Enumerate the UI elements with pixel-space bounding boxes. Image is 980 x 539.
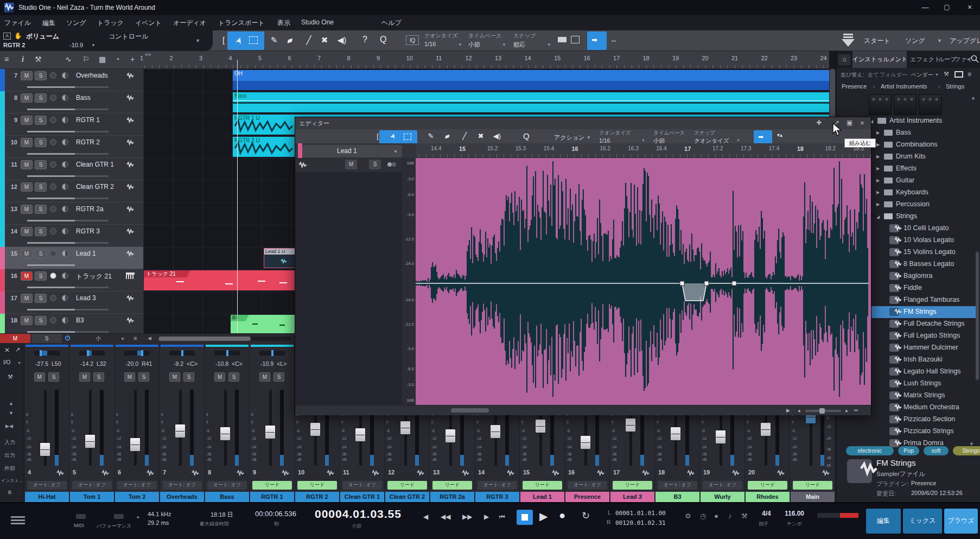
strip-name[interactable]: Tom 2 bbox=[115, 492, 159, 502]
sort-chevron-icon[interactable]: ▼ bbox=[935, 73, 939, 77]
menu-item-7[interactable]: 表示 bbox=[277, 18, 290, 28]
track-solo-button[interactable]: S bbox=[35, 294, 47, 303]
strip-name[interactable]: B3 bbox=[656, 492, 699, 502]
bar-display-icon[interactable] bbox=[558, 37, 567, 42]
grid-icon[interactable]: ▦ bbox=[99, 55, 106, 64]
view-browse-button[interactable]: ブラウズ bbox=[944, 509, 978, 534]
sort-all[interactable]: 全て bbox=[868, 71, 879, 79]
stop-button[interactable] bbox=[517, 510, 533, 525]
strip-name[interactable]: Lead 1 bbox=[520, 492, 564, 502]
track-solo-button[interactable]: S bbox=[35, 271, 47, 281]
snap-chevron-icon[interactable]: ▼ bbox=[547, 42, 551, 47]
strip-solo-button[interactable]: S bbox=[228, 372, 239, 382]
strip-automation-button[interactable]: オート: オフ bbox=[342, 481, 382, 490]
track-solo-button[interactable]: S bbox=[35, 205, 47, 214]
editor-timeline[interactable]: 14.41515.215.315.41616.216.316.41717.217… bbox=[416, 143, 871, 158]
mixer-io-label[interactable]: I/O bbox=[3, 359, 10, 365]
strip-mute-button[interactable]: M bbox=[214, 372, 225, 382]
tempo-value[interactable]: 116.00 bbox=[785, 510, 804, 517]
record-button[interactable]: ● bbox=[559, 509, 565, 522]
editor-marquee-tool[interactable] bbox=[404, 134, 411, 140]
inspector-icon[interactable]: i bbox=[22, 55, 24, 64]
track-record-button[interactable] bbox=[50, 117, 56, 123]
menu-item-9[interactable]: ヘルプ bbox=[381, 18, 402, 28]
loop-button[interactable]: ↻ bbox=[582, 510, 590, 522]
marker-icon[interactable]: ⚐ bbox=[82, 55, 90, 64]
fader-cap[interactable] bbox=[490, 424, 501, 439]
automation-target[interactable]: コントロール bbox=[109, 32, 148, 41]
track-row-B3[interactable]: 18MSB3 bbox=[0, 314, 143, 333]
track-record-button[interactable] bbox=[50, 94, 56, 101]
strip-mute-button[interactable]: M bbox=[124, 372, 135, 382]
track-row-Bass[interactable]: 8MSBass bbox=[0, 91, 143, 113]
automation-icon[interactable]: ∿ bbox=[65, 55, 72, 64]
timebase-chevron-icon[interactable]: ▼ bbox=[502, 42, 506, 47]
track-mute-button[interactable]: M bbox=[21, 227, 33, 236]
track-monitor-button[interactable] bbox=[62, 250, 68, 257]
strip-name[interactable]: Presence bbox=[565, 492, 609, 502]
strip-name[interactable]: Lead 3 bbox=[610, 492, 654, 502]
tile-icon[interactable]: ▣ bbox=[847, 119, 852, 126]
automation-value[interactable]: -10.9 bbox=[69, 42, 83, 48]
track-chevron-icon[interactable]: ▼ bbox=[393, 149, 398, 154]
strip-automation-button[interactable]: リード bbox=[252, 481, 292, 490]
strip-name[interactable]: RGTR 2a bbox=[430, 492, 474, 502]
strip-pan-value[interactable]: <C> bbox=[232, 360, 243, 367]
strip-automation-button[interactable]: オート: オフ bbox=[478, 481, 517, 490]
footer-left-icon[interactable]: ◀ bbox=[148, 335, 151, 341]
track-mute-button[interactable]: M bbox=[21, 249, 33, 258]
fader-cap[interactable] bbox=[130, 437, 141, 452]
strip-volume-value[interactable]: -27.5 bbox=[27, 360, 48, 367]
hand-icon[interactable]: ✋ bbox=[14, 32, 22, 40]
track-monitor-button[interactable] bbox=[62, 317, 68, 324]
tag-soft[interactable]: soft bbox=[924, 446, 949, 455]
settings-icon[interactable]: ⚙ bbox=[685, 512, 691, 520]
strip-mute-button[interactable]: M bbox=[34, 372, 45, 382]
track-mute-button[interactable]: M bbox=[21, 93, 33, 103]
arrange-hscroll-thumb[interactable] bbox=[158, 337, 251, 341]
editor-waveform-area[interactable] bbox=[416, 158, 871, 405]
editor-play-icon[interactable]: ▶ bbox=[786, 408, 790, 413]
fader-cap[interactable] bbox=[670, 427, 681, 441]
track-row-RGTR 2a[interactable]: 13MSRGTR 2a bbox=[0, 202, 143, 225]
track-monitor-button[interactable] bbox=[62, 228, 68, 234]
fader-cap[interactable] bbox=[715, 430, 726, 444]
track-monitor-button[interactable] bbox=[62, 161, 68, 168]
editor-zoomout-icon[interactable]: ▲ bbox=[797, 408, 801, 413]
mixer-popout-icon[interactable]: ↗ bbox=[15, 346, 20, 353]
track-row-Overheads[interactable]: 7MSOverheads bbox=[0, 69, 143, 91]
main-marquee-tool[interactable] bbox=[249, 36, 258, 44]
strip-name[interactable]: Hi-Hat bbox=[25, 492, 69, 502]
mixer-strip-Hi-Hat[interactable]: -27.5L50MS60-6-12-24-36-484オート: オフHi-Hat bbox=[24, 343, 69, 502]
return-button[interactable]: ⏮ bbox=[499, 513, 505, 521]
track-row-RGTR 1[interactable]: 9MSRGTR 1 bbox=[0, 113, 143, 136]
mixer-io-chevron-icon[interactable]: ▼ bbox=[17, 361, 21, 365]
mixer-up-icon[interactable]: ▲ bbox=[9, 401, 14, 406]
autoscroll-button[interactable]: ➡ bbox=[587, 31, 607, 50]
transport-menu-icon[interactable] bbox=[11, 515, 25, 526]
fader-cap[interactable] bbox=[445, 429, 456, 443]
macro-zoom-icon[interactable]: Q bbox=[380, 35, 386, 45]
instrument-thumb-3[interactable] bbox=[919, 94, 941, 115]
fade-tool-icon[interactable]: ▾▴ bbox=[777, 132, 782, 138]
strip-name[interactable]: Main bbox=[791, 492, 835, 502]
mixer-banks-icon[interactable]: ≡ bbox=[8, 489, 11, 496]
tree-item-Pizzicato Strings[interactable]: Pizzicato Strings bbox=[836, 426, 976, 437]
mixer-inputs-label[interactable]: 入力 bbox=[4, 439, 15, 446]
quantize-select[interactable]: 1/16 bbox=[424, 41, 436, 47]
strip-automation-button[interactable]: リード bbox=[748, 481, 787, 490]
loop-end-value[interactable]: 00120.01.02.31 bbox=[615, 519, 666, 527]
view-edit-button[interactable]: 編集 bbox=[866, 509, 901, 534]
minimize-button[interactable]: — bbox=[917, 3, 933, 11]
h-expand-icon[interactable]: ↔ bbox=[610, 36, 617, 44]
editor-close-icon[interactable]: × bbox=[860, 119, 864, 127]
strip-automation-button[interactable]: リード bbox=[387, 481, 427, 490]
link-toggle[interactable] bbox=[386, 162, 398, 167]
editor-hscroll-thumb[interactable] bbox=[451, 408, 489, 413]
track-row-トラック 21[interactable]: 16MSトラック 21 bbox=[0, 269, 143, 291]
wrench-icon[interactable]: ⚒ bbox=[35, 55, 42, 64]
strip-name[interactable]: Clean GTR 2 bbox=[385, 492, 429, 502]
strip-automation-button[interactable]: オート: オフ bbox=[27, 481, 67, 490]
playhead[interactable] bbox=[237, 60, 238, 333]
track-row-RGTR 2[interactable]: 10MSRGTR 2 bbox=[0, 136, 143, 158]
